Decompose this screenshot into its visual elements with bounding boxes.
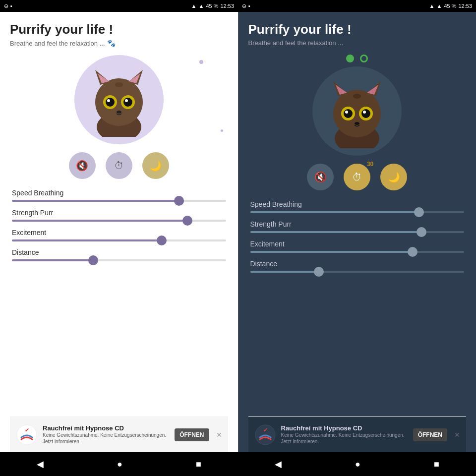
- status-right-right-icons: ▲ ▲ 45 % 12:53: [429, 3, 472, 9]
- slider-thumb[interactable]: [314, 267, 324, 277]
- svg-point-9: [106, 98, 115, 107]
- slider-track[interactable]: [12, 200, 226, 202]
- status-bar: ⊖ ▪ ▲ ▲ 45 % 12:53 ⊖ ▪ ▲ ▲ 45 % 12:53: [0, 0, 476, 12]
- slider-thumb[interactable]: [88, 255, 98, 265]
- app-title-dark: Purrify your life !: [248, 22, 467, 37]
- slider-label: Excitement: [12, 229, 226, 237]
- cat-avatar-light: [84, 62, 154, 137]
- slider-fill: [250, 251, 413, 253]
- ad-text-dark: Rauchfrei mit Hypnose CD Keine Gewichtsz…: [281, 424, 408, 445]
- recents-button-right[interactable]: ■: [434, 459, 439, 470]
- slider-track[interactable]: [12, 259, 226, 261]
- sliders-light: Speed Breathing Strength Purr Excitement: [10, 189, 228, 416]
- avatar-container-dark: [248, 66, 467, 156]
- slider-track[interactable]: [12, 220, 226, 222]
- ad-close-dark[interactable]: ✕: [454, 431, 460, 439]
- nav-bar-right: ◀ ● ■: [238, 452, 476, 476]
- slider-label: Strength Purr: [250, 220, 465, 228]
- battery-right: 45 %: [444, 3, 456, 9]
- paw-icon-light: 🐾: [107, 39, 116, 47]
- ad-title-light: Rauchfrei mit Hypnose CD: [43, 424, 170, 432]
- slider-track[interactable]: [250, 271, 465, 273]
- ad-close-light[interactable]: ✕: [216, 431, 222, 439]
- status-bar-right: ⊖ ▪ ▲ ▲ 45 % 12:53: [238, 0, 476, 12]
- slider-thumb[interactable]: [157, 236, 167, 245]
- recents-button-left[interactable]: ■: [196, 459, 201, 470]
- stop-icon-r: ⊖: [242, 3, 246, 9]
- ad-desc-dark: Keine Gewichtszunahme. Keine Entzugsersc…: [281, 432, 408, 445]
- moon-button-light[interactable]: 🌙: [142, 152, 169, 179]
- svg-text:✔: ✔: [263, 427, 267, 433]
- svg-point-25: [344, 109, 353, 118]
- slider-thumb[interactable]: [416, 227, 426, 237]
- float-dot-2: [221, 129, 223, 132]
- slider-speed-breathing-dark: Speed Breathing: [250, 200, 465, 213]
- ad-desc-light: Keine Gewichtszunahme. Keine Entzugsersc…: [43, 432, 170, 445]
- avatar-container-light: [10, 55, 228, 144]
- nav-bar-left: ◀ ● ■: [0, 452, 238, 476]
- slider-fill: [250, 211, 419, 213]
- stop-icon: ⊖: [4, 3, 8, 9]
- home-button-right[interactable]: ●: [355, 459, 360, 470]
- slider-thumb[interactable]: [174, 196, 184, 206]
- cat-avatar-dark: [322, 74, 392, 148]
- back-button-left[interactable]: ◀: [37, 459, 44, 470]
- app-title-light: Purrify your life !: [10, 22, 228, 37]
- app-subtitle-light: Breathe and feel the relaxation ... 🐾: [10, 39, 228, 47]
- slider-track[interactable]: [12, 239, 226, 241]
- slider-distance-light: Distance: [12, 248, 226, 261]
- ad-logo-light: ✔: [16, 424, 38, 446]
- panel-dark: Purrify your life ! Breathe and feel the…: [238, 12, 476, 452]
- status-left-icons: ⊖ ▪: [4, 3, 12, 9]
- ad-open-button-dark[interactable]: ÖFFNEN: [413, 428, 447, 441]
- svg-point-11: [107, 99, 110, 102]
- wifi-icon: ▲: [191, 3, 197, 9]
- moon-button-dark[interactable]: 🌙: [380, 164, 407, 190]
- svg-point-22: [353, 94, 361, 99]
- slider-fill: [250, 271, 319, 273]
- slider-label: Distance: [250, 260, 465, 268]
- status-right-icons-left: ▲ ▲ 45 % 12:53: [191, 3, 234, 9]
- mute-button-dark[interactable]: 🔇: [307, 164, 334, 190]
- slider-label: Excitement: [250, 240, 465, 248]
- float-dot-1: [199, 60, 203, 64]
- svg-point-6: [115, 82, 123, 87]
- status-bar-left: ⊖ ▪ ▲ ▲ 45 % 12:53: [0, 0, 238, 12]
- svg-point-27: [345, 111, 348, 114]
- slider-strength-purr-dark: Strength Purr: [250, 220, 465, 233]
- svg-point-26: [361, 109, 370, 118]
- avatar-circle-dark: [312, 66, 402, 156]
- slider-thumb[interactable]: [408, 247, 417, 257]
- slider-track[interactable]: [250, 251, 465, 253]
- ad-banner-dark: ✔ Rauchfrei mit Hypnose CD Keine Gewicht…: [248, 416, 467, 452]
- battery-left: 45 %: [206, 3, 218, 9]
- back-button-right[interactable]: ◀: [275, 459, 282, 470]
- slider-strength-purr-light: Strength Purr: [12, 209, 226, 222]
- status-right-left-icons: ⊖ ▪: [242, 3, 250, 9]
- slider-track[interactable]: [250, 211, 465, 213]
- svg-point-13: [117, 111, 121, 114]
- ad-logo-dark: ✔: [254, 424, 276, 446]
- slider-excitement-dark: Excitement: [250, 240, 465, 253]
- timer-button-dark[interactable]: ⏱ 30: [344, 164, 370, 190]
- timer-button-light[interactable]: ⏱: [106, 152, 132, 179]
- slider-fill: [12, 259, 93, 261]
- controls-light: 🔇 ⏱ 🌙: [10, 152, 228, 179]
- panel-light: Purrify your life ! Breathe and feel the…: [0, 12, 238, 452]
- slider-fill: [12, 220, 187, 222]
- slider-track[interactable]: [250, 231, 465, 233]
- sliders-dark: Speed Breathing Strength Purr Excitement: [248, 200, 467, 416]
- svg-point-10: [123, 98, 132, 107]
- gallery-icon: ▪: [10, 3, 12, 9]
- slider-thumb[interactable]: [182, 216, 192, 226]
- slider-fill: [12, 239, 162, 241]
- slider-thumb[interactable]: [414, 207, 424, 217]
- home-button-left[interactable]: ●: [117, 459, 122, 470]
- wifi-icon-r: ▲: [429, 3, 435, 9]
- indicator-dot-filled: [346, 55, 354, 62]
- svg-text:✔: ✔: [25, 427, 29, 433]
- slider-label: Speed Breathing: [250, 200, 465, 208]
- ad-open-button-light[interactable]: ÖFFNEN: [175, 428, 209, 441]
- slider-excitement-light: Excitement: [12, 229, 226, 241]
- mute-button-light[interactable]: 🔇: [69, 152, 96, 179]
